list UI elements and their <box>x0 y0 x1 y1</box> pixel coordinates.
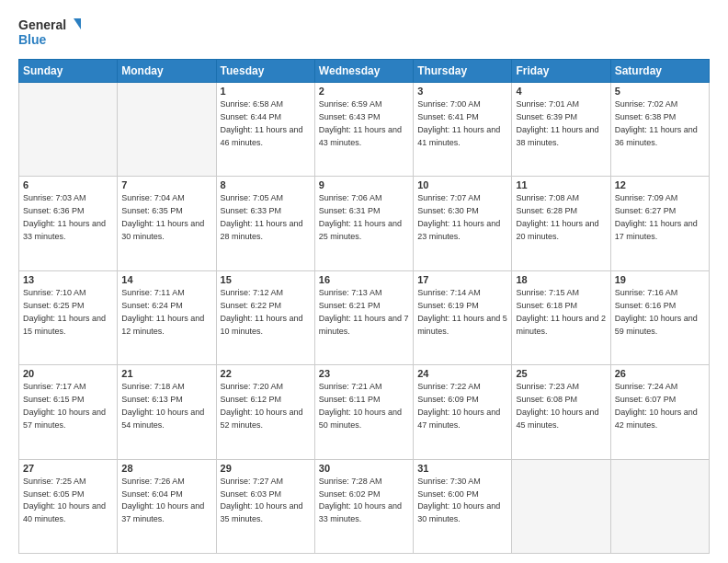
calendar-header-tuesday: Tuesday <box>216 60 314 83</box>
calendar-cell: 22Sunrise: 7:20 AMSunset: 6:12 PMDayligh… <box>216 365 314 459</box>
day-number: 30 <box>319 463 409 474</box>
calendar-cell: 29Sunrise: 7:27 AMSunset: 6:03 PMDayligh… <box>216 459 314 553</box>
svg-text:Blue: Blue <box>18 32 47 47</box>
day-number: 31 <box>417 463 507 474</box>
calendar-cell <box>512 459 610 553</box>
sun-info: Sunrise: 7:10 AMSunset: 6:25 PMDaylight:… <box>23 287 113 339</box>
sun-info: Sunrise: 7:21 AMSunset: 6:11 PMDaylight:… <box>319 381 409 432</box>
sun-info: Sunrise: 7:27 AMSunset: 6:03 PMDaylight:… <box>221 476 311 527</box>
day-number: 19 <box>615 274 705 285</box>
sun-info: Sunrise: 7:11 AMSunset: 6:24 PMDaylight:… <box>121 287 211 339</box>
day-number: 28 <box>121 463 211 474</box>
day-number: 11 <box>516 179 606 190</box>
sun-info: Sunrise: 7:05 AMSunset: 6:33 PMDaylight:… <box>221 192 311 244</box>
calendar-week-row: 27Sunrise: 7:25 AMSunset: 6:05 PMDayligh… <box>19 459 710 553</box>
calendar-cell <box>610 459 709 553</box>
calendar-header-wednesday: Wednesday <box>314 60 413 83</box>
calendar-cell: 13Sunrise: 7:10 AMSunset: 6:25 PMDayligh… <box>19 270 118 364</box>
sun-info: Sunrise: 7:20 AMSunset: 6:12 PMDaylight:… <box>221 381 311 432</box>
svg-text:General: General <box>18 17 66 32</box>
day-number: 14 <box>121 274 211 285</box>
sun-info: Sunrise: 6:58 AMSunset: 6:44 PMDaylight:… <box>221 98 311 150</box>
calendar-week-row: 20Sunrise: 7:17 AMSunset: 6:15 PMDayligh… <box>19 365 710 459</box>
day-number: 17 <box>417 274 507 285</box>
calendar-cell <box>118 83 216 177</box>
day-number: 25 <box>516 368 606 379</box>
sun-info: Sunrise: 7:22 AMSunset: 6:09 PMDaylight:… <box>417 381 507 432</box>
calendar-cell: 24Sunrise: 7:22 AMSunset: 6:09 PMDayligh… <box>414 365 512 459</box>
sun-info: Sunrise: 7:26 AMSunset: 6:04 PMDaylight:… <box>121 476 211 527</box>
calendar-cell: 3Sunrise: 7:00 AMSunset: 6:41 PMDaylight… <box>414 83 512 177</box>
day-number: 21 <box>121 368 211 379</box>
calendar-cell: 12Sunrise: 7:09 AMSunset: 6:27 PMDayligh… <box>610 177 709 270</box>
sun-info: Sunrise: 7:03 AMSunset: 6:36 PMDaylight:… <box>23 192 113 244</box>
day-number: 23 <box>319 368 409 379</box>
calendar-header-saturday: Saturday <box>610 60 709 83</box>
sun-info: Sunrise: 7:28 AMSunset: 6:02 PMDaylight:… <box>319 476 409 527</box>
calendar: SundayMondayTuesdayWednesdayThursdayFrid… <box>18 59 710 554</box>
calendar-cell: 19Sunrise: 7:16 AMSunset: 6:16 PMDayligh… <box>610 270 709 364</box>
calendar-header-thursday: Thursday <box>414 60 512 83</box>
day-number: 20 <box>23 368 113 379</box>
header: General Blue <box>18 15 710 50</box>
day-number: 1 <box>221 86 311 97</box>
calendar-cell: 11Sunrise: 7:08 AMSunset: 6:28 PMDayligh… <box>512 177 610 270</box>
sun-info: Sunrise: 7:09 AMSunset: 6:27 PMDaylight:… <box>615 192 705 244</box>
logo-svg: General Blue <box>18 15 83 50</box>
sun-info: Sunrise: 6:59 AMSunset: 6:43 PMDaylight:… <box>319 98 409 150</box>
day-number: 29 <box>221 463 311 474</box>
calendar-cell: 14Sunrise: 7:11 AMSunset: 6:24 PMDayligh… <box>118 270 216 364</box>
day-number: 16 <box>319 274 409 285</box>
sun-info: Sunrise: 7:25 AMSunset: 6:05 PMDaylight:… <box>23 476 113 527</box>
calendar-cell: 26Sunrise: 7:24 AMSunset: 6:07 PMDayligh… <box>610 365 709 459</box>
calendar-cell: 28Sunrise: 7:26 AMSunset: 6:04 PMDayligh… <box>118 459 216 553</box>
sun-info: Sunrise: 7:08 AMSunset: 6:28 PMDaylight:… <box>516 192 606 244</box>
day-number: 26 <box>615 368 705 379</box>
day-number: 3 <box>417 86 507 97</box>
sun-info: Sunrise: 7:06 AMSunset: 6:31 PMDaylight:… <box>319 192 409 244</box>
day-number: 10 <box>417 179 507 190</box>
calendar-cell: 17Sunrise: 7:14 AMSunset: 6:19 PMDayligh… <box>414 270 512 364</box>
day-number: 7 <box>121 179 211 190</box>
calendar-cell: 15Sunrise: 7:12 AMSunset: 6:22 PMDayligh… <box>216 270 314 364</box>
day-number: 4 <box>516 86 606 97</box>
sun-info: Sunrise: 7:15 AMSunset: 6:18 PMDaylight:… <box>516 287 606 339</box>
day-number: 9 <box>319 179 409 190</box>
calendar-header-row: SundayMondayTuesdayWednesdayThursdayFrid… <box>19 60 710 83</box>
day-number: 27 <box>23 463 113 474</box>
sun-info: Sunrise: 7:18 AMSunset: 6:13 PMDaylight:… <box>121 381 211 432</box>
logo: General Blue <box>18 15 83 50</box>
calendar-cell: 5Sunrise: 7:02 AMSunset: 6:38 PMDaylight… <box>610 83 709 177</box>
calendar-cell: 8Sunrise: 7:05 AMSunset: 6:33 PMDaylight… <box>216 177 314 270</box>
calendar-cell: 27Sunrise: 7:25 AMSunset: 6:05 PMDayligh… <box>19 459 118 553</box>
day-number: 12 <box>615 179 705 190</box>
day-number: 22 <box>221 368 311 379</box>
calendar-cell: 20Sunrise: 7:17 AMSunset: 6:15 PMDayligh… <box>19 365 118 459</box>
calendar-cell: 25Sunrise: 7:23 AMSunset: 6:08 PMDayligh… <box>512 365 610 459</box>
sun-info: Sunrise: 7:14 AMSunset: 6:19 PMDaylight:… <box>417 287 507 339</box>
day-number: 6 <box>23 179 113 190</box>
calendar-cell: 1Sunrise: 6:58 AMSunset: 6:44 PMDaylight… <box>216 83 314 177</box>
day-number: 24 <box>417 368 507 379</box>
calendar-header-sunday: Sunday <box>19 60 118 83</box>
calendar-cell: 2Sunrise: 6:59 AMSunset: 6:43 PMDaylight… <box>314 83 413 177</box>
calendar-cell: 6Sunrise: 7:03 AMSunset: 6:36 PMDaylight… <box>19 177 118 270</box>
sun-info: Sunrise: 7:30 AMSunset: 6:00 PMDaylight:… <box>417 476 507 527</box>
sun-info: Sunrise: 7:16 AMSunset: 6:16 PMDaylight:… <box>615 287 705 339</box>
day-number: 13 <box>23 274 113 285</box>
sun-info: Sunrise: 7:24 AMSunset: 6:07 PMDaylight:… <box>615 381 705 432</box>
calendar-cell: 21Sunrise: 7:18 AMSunset: 6:13 PMDayligh… <box>118 365 216 459</box>
calendar-cell: 31Sunrise: 7:30 AMSunset: 6:00 PMDayligh… <box>414 459 512 553</box>
calendar-cell: 30Sunrise: 7:28 AMSunset: 6:02 PMDayligh… <box>314 459 413 553</box>
sun-info: Sunrise: 7:02 AMSunset: 6:38 PMDaylight:… <box>615 98 705 150</box>
day-number: 15 <box>221 274 311 285</box>
calendar-cell: 7Sunrise: 7:04 AMSunset: 6:35 PMDaylight… <box>118 177 216 270</box>
sun-info: Sunrise: 7:13 AMSunset: 6:21 PMDaylight:… <box>319 287 409 339</box>
calendar-header-friday: Friday <box>512 60 610 83</box>
sun-info: Sunrise: 7:04 AMSunset: 6:35 PMDaylight:… <box>121 192 211 244</box>
svg-marker-2 <box>74 18 81 29</box>
sun-info: Sunrise: 7:23 AMSunset: 6:08 PMDaylight:… <box>516 381 606 432</box>
calendar-cell: 9Sunrise: 7:06 AMSunset: 6:31 PMDaylight… <box>314 177 413 270</box>
day-number: 8 <box>221 179 311 190</box>
calendar-week-row: 13Sunrise: 7:10 AMSunset: 6:25 PMDayligh… <box>19 270 710 364</box>
